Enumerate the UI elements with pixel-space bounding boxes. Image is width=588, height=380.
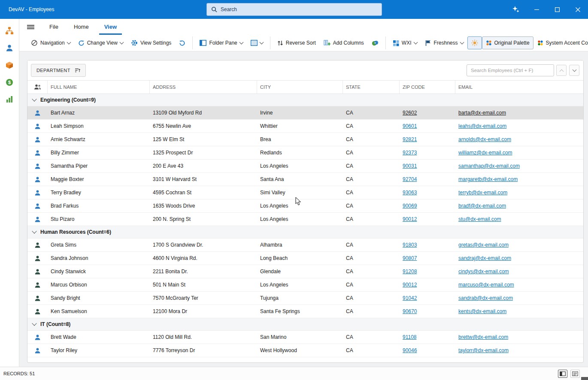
email-link[interactable]: sandrab@dx-email.com	[458, 295, 513, 301]
conditional-formatting-button[interactable]	[368, 36, 382, 49]
folder-pane-button[interactable]: Folder Pane	[196, 36, 246, 49]
previous-match-button[interactable]	[556, 65, 567, 76]
zip-link[interactable]: 90046	[403, 347, 417, 353]
zip-link[interactable]: 90012	[403, 282, 417, 288]
tab-file[interactable]: File	[44, 19, 64, 35]
sidebar-item-products[interactable]	[2, 58, 17, 72]
email-link[interactable]: margaretb@dx-email.com	[458, 176, 518, 182]
column-header[interactable]: EMAIL	[455, 81, 583, 93]
email-link[interactable]: barta@dx-email.com	[458, 110, 506, 116]
maximize-button[interactable]	[547, 0, 567, 19]
zip-link[interactable]: 90012	[403, 216, 417, 222]
zip-link[interactable]: 93063	[403, 190, 417, 196]
table-row[interactable]: Maggie Boxter3101 W Harvard StSanta AnaC…	[27, 173, 583, 186]
reading-pane-button[interactable]	[247, 36, 267, 49]
minimize-button[interactable]	[526, 0, 547, 19]
card-view-toggle-button[interactable]	[570, 370, 580, 378]
navigation-button[interactable]: Navigation	[27, 36, 74, 49]
zip-link[interactable]: 91042	[403, 295, 417, 301]
zip-link[interactable]: 91108	[403, 334, 416, 340]
email-link[interactable]: arnolds@dx-email.com	[458, 136, 511, 142]
zip-link[interactable]: 92704	[403, 176, 417, 182]
titlebar-search[interactable]	[206, 3, 382, 16]
wxi-skin-button[interactable]: WXI	[389, 36, 421, 49]
table-row[interactable]: Ken Samuelson12100 Mora DrSanta Fe Sprin…	[27, 305, 583, 318]
collapse-chevron-icon[interactable]	[32, 97, 36, 101]
column-header[interactable]: FULL NAME	[48, 81, 150, 93]
zip-link[interactable]: 90670	[403, 308, 417, 314]
email-link[interactable]: kents@dx-email.com	[458, 308, 506, 314]
change-view-button[interactable]: Change View	[74, 36, 127, 49]
horizontal-scrollbar-thumb[interactable]	[581, 377, 588, 380]
table-row[interactable]: Leah Simpson6755 Newlin AveWhittierCA906…	[27, 120, 583, 133]
zip-link[interactable]: 90601	[403, 123, 417, 129]
zip-link[interactable]: 92602	[403, 110, 417, 116]
sidebar-item-customers[interactable]	[2, 41, 17, 55]
table-row[interactable]: Sandy Bright7570 McGroarty TerTujungaCA9…	[27, 292, 583, 305]
sidebar-item-sales[interactable]: $	[2, 75, 17, 89]
reverse-sort-button[interactable]: Reverse Sort	[273, 36, 320, 49]
table-row[interactable]: Stu Pizaro200 N. Spring StLos AngelesCA9…	[27, 213, 583, 226]
next-match-button[interactable]	[569, 65, 579, 76]
original-palette-button[interactable]: Original Palette	[482, 36, 533, 49]
zip-link[interactable]: 90069	[403, 203, 417, 209]
email-link[interactable]: leahs@dx-email.com	[458, 123, 506, 129]
group-by-department-button[interactable]: DEPARTMENT	[31, 64, 86, 77]
table-row[interactable]: Billy Zimmer1325 Prospect DrRedlandsCA92…	[27, 146, 583, 160]
column-header[interactable]: ZIP CODE	[400, 81, 455, 93]
email-link[interactable]: sandraj@dx-email.com	[458, 255, 511, 261]
column-header[interactable]: CITY	[257, 81, 343, 93]
table-row[interactable]: Cindy Stanwick2211 Bonita Dr.GlendaleCA9…	[27, 265, 583, 278]
table-row[interactable]: Greta Sims1700 S Grandview Dr.AlhambraCA…	[27, 238, 583, 252]
people-column-header[interactable]	[27, 81, 48, 93]
group-row[interactable]: Human Resources (Count=6)	[27, 226, 583, 238]
table-row[interactable]: Sandra Johnson4600 N Virginia Rd.Long Be…	[27, 252, 583, 265]
table-row[interactable]: Samantha Piper200 E Ave 43Los AngelesCA9…	[27, 160, 583, 173]
table-row[interactable]: Bart Arnaz13109 Old Myford RdIrvineCA926…	[27, 106, 583, 120]
add-columns-button[interactable]: Add Columns	[320, 36, 368, 49]
hamburger-menu-button[interactable]	[19, 19, 42, 35]
sidebar-item-analysis[interactable]	[2, 92, 17, 106]
table-row[interactable]: Marcus Orbison501 N Main StLos AngelesCA…	[27, 278, 583, 292]
email-link[interactable]: stu@dx-email.com	[458, 216, 501, 222]
email-link[interactable]: taylorr@dx-email.com	[458, 347, 509, 353]
grid-view-toggle-button[interactable]	[558, 370, 567, 378]
freshness-palette-button[interactable]: Freshness	[421, 36, 467, 49]
sidebar-item-employees[interactable]	[2, 24, 17, 38]
email-link[interactable]: terryb@dx-email.com	[458, 190, 507, 196]
employee-search-input[interactable]	[467, 64, 554, 76]
collapse-chevron-icon[interactable]	[32, 321, 36, 326]
column-header[interactable]: STATE	[343, 81, 400, 93]
table-row[interactable]: Terry Bradley4595 Cochran StSimi ValleyC…	[27, 186, 583, 199]
search-input[interactable]	[221, 6, 377, 12]
email-link[interactable]: brettw@dx-email.com	[458, 334, 508, 340]
table-row[interactable]: Brad Farkus1635 Woods DriveLos AngelesCA…	[27, 199, 583, 213]
zip-link[interactable]: 90031	[403, 163, 417, 169]
tab-view[interactable]: View	[99, 19, 122, 35]
email-link[interactable]: gretas@dx-email.com	[458, 242, 509, 248]
table-row[interactable]: Arnie Schwartz125 W Elm StBreaCA92821arn…	[27, 133, 583, 146]
column-header[interactable]: ADDRESS	[150, 81, 257, 93]
email-link[interactable]: bradf@dx-email.com	[458, 203, 506, 209]
group-row[interactable]: IT (Count=8)	[27, 318, 583, 331]
tab-home[interactable]: Home	[69, 19, 94, 35]
email-link[interactable]: marcuso@dx-email.com	[458, 282, 514, 288]
light-theme-toggle-button[interactable]	[467, 36, 482, 49]
group-row[interactable]: Engineering (Count=9)	[27, 94, 583, 106]
zip-link[interactable]: 91208	[403, 268, 417, 274]
table-row[interactable]: Taylor Riley7776 Torreyson DrWest Hollyw…	[27, 344, 583, 357]
zip-link[interactable]: 91803	[403, 242, 417, 248]
copilot-sparkle-button[interactable]	[506, 0, 526, 19]
zip-link[interactable]: 92373	[403, 150, 417, 156]
view-settings-button[interactable]: View Settings	[127, 36, 176, 49]
collapse-chevron-icon[interactable]	[32, 229, 36, 233]
email-link[interactable]: samanthap@dx-email.com	[458, 163, 520, 169]
close-button[interactable]	[567, 0, 588, 19]
zip-link[interactable]: 90807	[403, 255, 417, 261]
zip-link[interactable]: 92821	[403, 136, 417, 142]
reset-view-button[interactable]	[175, 36, 189, 49]
table-row[interactable]: Brett Wade1120 Old Mill Rd.San MarinoCA9…	[27, 331, 583, 344]
system-accent-color-button[interactable]: System Accent Color	[533, 36, 588, 49]
email-link[interactable]: williamz@dx-email.com	[458, 150, 512, 156]
email-link[interactable]: cindys@dx-email.com	[458, 268, 509, 274]
